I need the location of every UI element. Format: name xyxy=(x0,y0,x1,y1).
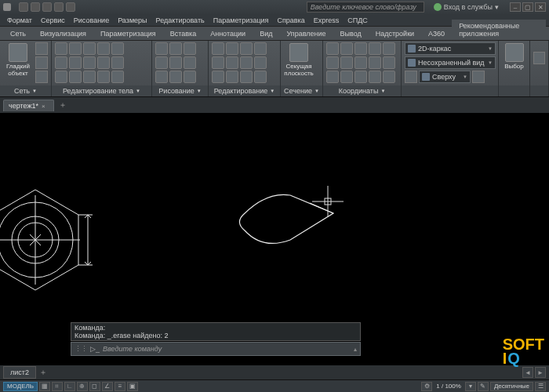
grid-icon[interactable]: ▦ xyxy=(39,382,50,391)
tool-icon[interactable] xyxy=(212,71,224,83)
menu-item[interactable]: Размеры xyxy=(114,16,151,24)
menu-item[interactable]: Сервис xyxy=(37,16,69,24)
tool-icon[interactable] xyxy=(111,56,124,69)
tool-icon[interactable] xyxy=(83,42,96,55)
tool-icon[interactable] xyxy=(155,42,168,55)
tool-icon[interactable] xyxy=(254,56,267,69)
tool-icon[interactable] xyxy=(369,42,381,55)
tool-icon[interactable] xyxy=(340,56,353,69)
close-icon[interactable]: ✕ xyxy=(535,2,546,12)
tool-icon[interactable] xyxy=(240,71,253,83)
tool-icon[interactable] xyxy=(55,71,67,83)
menu-item[interactable]: Формат xyxy=(3,16,36,24)
minimize-icon[interactable]: – xyxy=(510,2,521,12)
tool-icon[interactable] xyxy=(35,42,48,55)
model-space-button[interactable]: МОДЕЛЬ xyxy=(3,382,38,391)
tool-icon[interactable] xyxy=(184,42,196,55)
visual-style-combo[interactable]: 2D-каркас▼ xyxy=(405,42,496,55)
tool-icon[interactable] xyxy=(405,71,417,83)
ribbon-tab[interactable]: Параметризация xyxy=(93,27,163,40)
tool-icon[interactable] xyxy=(55,56,67,69)
panel-label[interactable]: Сеть▼ xyxy=(0,85,51,96)
tool-icon[interactable] xyxy=(55,42,67,55)
zoom-dropdown-icon[interactable]: ▾ xyxy=(465,382,476,391)
tool-icon[interactable] xyxy=(383,71,395,83)
panel-label[interactable] xyxy=(499,85,529,96)
tool-icon[interactable] xyxy=(383,56,395,69)
command-history[interactable]: Команда: Команда: _.erase найдено: 2 xyxy=(71,322,361,341)
menu-item[interactable]: Справка xyxy=(273,16,308,24)
otrack-icon[interactable]: ∠ xyxy=(102,382,113,391)
tool-icon[interactable] xyxy=(83,56,96,69)
ortho-icon[interactable]: ∟ xyxy=(64,382,75,391)
tool-icon[interactable] xyxy=(369,71,381,83)
tool-icon[interactable] xyxy=(69,42,82,55)
tool-icon[interactable] xyxy=(83,71,96,83)
tool-icon[interactable] xyxy=(111,42,124,55)
panel-label[interactable]: Редактирование тела▼ xyxy=(52,85,151,96)
tool-icon[interactable] xyxy=(69,56,82,69)
tool-icon[interactable] xyxy=(35,71,48,83)
qat-redo-icon[interactable] xyxy=(66,2,75,12)
qat-save-icon[interactable] xyxy=(42,2,52,12)
tool-icon[interactable] xyxy=(97,56,110,69)
tool-icon[interactable] xyxy=(184,71,196,83)
menu-item[interactable]: Express xyxy=(310,16,344,24)
menu-item[interactable]: Редактировать xyxy=(152,16,209,24)
tool-icon[interactable] xyxy=(169,56,182,69)
ribbon-tab[interactable]: Аннотации xyxy=(203,27,253,40)
tool-icon[interactable] xyxy=(169,71,182,83)
tool-icon[interactable] xyxy=(155,71,168,83)
tool-icon[interactable] xyxy=(254,71,267,83)
tool-icon[interactable] xyxy=(69,71,82,83)
tool-icon[interactable] xyxy=(35,56,48,69)
tool-icon[interactable] xyxy=(340,42,353,55)
tool-icon[interactable] xyxy=(226,42,238,55)
signin-button[interactable]: Вход в службы ▾ xyxy=(434,3,499,11)
new-tab-button[interactable]: ＋ xyxy=(57,100,68,111)
ribbon-tab[interactable]: Вид xyxy=(253,27,279,40)
ribbon-tab[interactable]: Рекомендованные приложения xyxy=(452,20,546,40)
tab-close-icon[interactable]: × xyxy=(42,103,45,110)
lineweight-icon[interactable]: ≡ xyxy=(115,382,125,391)
tool-icon[interactable] xyxy=(383,42,395,55)
overflow-icon[interactable] xyxy=(533,52,545,64)
tool-icon[interactable] xyxy=(111,71,124,83)
ribbon-tab[interactable]: Надстройки xyxy=(369,27,421,40)
tool-icon[interactable] xyxy=(326,42,339,55)
panel-label[interactable]: Сечение▼ xyxy=(281,85,322,96)
panel-label[interactable] xyxy=(402,85,498,96)
command-input[interactable]: ⋮⋮ ▷_ Введите команду ▴ xyxy=(71,342,361,356)
tool-icon[interactable] xyxy=(97,42,110,55)
saved-view-combo[interactable]: Несохраненный вид▼ xyxy=(405,56,496,69)
smooth-object-button[interactable]: Гладкий объект xyxy=(3,42,33,78)
tool-icon[interactable] xyxy=(369,56,381,69)
snap-icon[interactable]: ⌗ xyxy=(52,382,63,391)
grip-icon[interactable]: ⋮⋮ xyxy=(75,345,87,353)
tool-icon[interactable] xyxy=(326,71,339,83)
tool-icon[interactable] xyxy=(254,42,267,55)
tool-icon[interactable] xyxy=(354,71,367,83)
tool-icon[interactable] xyxy=(184,56,196,69)
select-button[interactable]: Выбор xyxy=(502,42,526,71)
add-layout-button[interactable]: ＋ xyxy=(38,367,49,378)
transparency-icon[interactable]: ▣ xyxy=(127,382,138,391)
menu-item[interactable]: Параметризация xyxy=(209,16,273,24)
ribbon-tab[interactable]: Визуализация xyxy=(33,27,93,40)
units-button[interactable]: Десятичные xyxy=(490,382,533,391)
scroll-left-icon[interactable]: ◄ xyxy=(522,367,533,378)
help-search-input[interactable]: Введите ключевое слово/фразу xyxy=(307,2,424,13)
section-plane-button[interactable]: Секущая плоскость xyxy=(284,42,314,78)
qat-new-icon[interactable] xyxy=(19,2,28,12)
chevron-up-icon[interactable]: ▴ xyxy=(354,346,357,353)
polar-icon[interactable]: ⊕ xyxy=(77,382,88,391)
ribbon-tab[interactable]: Вставка xyxy=(163,27,203,40)
tool-icon[interactable] xyxy=(169,42,182,55)
ribbon-tab[interactable]: Вывод xyxy=(333,27,369,40)
ribbon-tab[interactable]: Сеть xyxy=(3,27,33,40)
tool-icon[interactable] xyxy=(240,42,253,55)
tool-icon[interactable] xyxy=(354,56,367,69)
tool-icon[interactable] xyxy=(212,42,224,55)
tool-icon[interactable] xyxy=(212,56,224,69)
layout-tab[interactable]: лист2 xyxy=(3,366,36,379)
